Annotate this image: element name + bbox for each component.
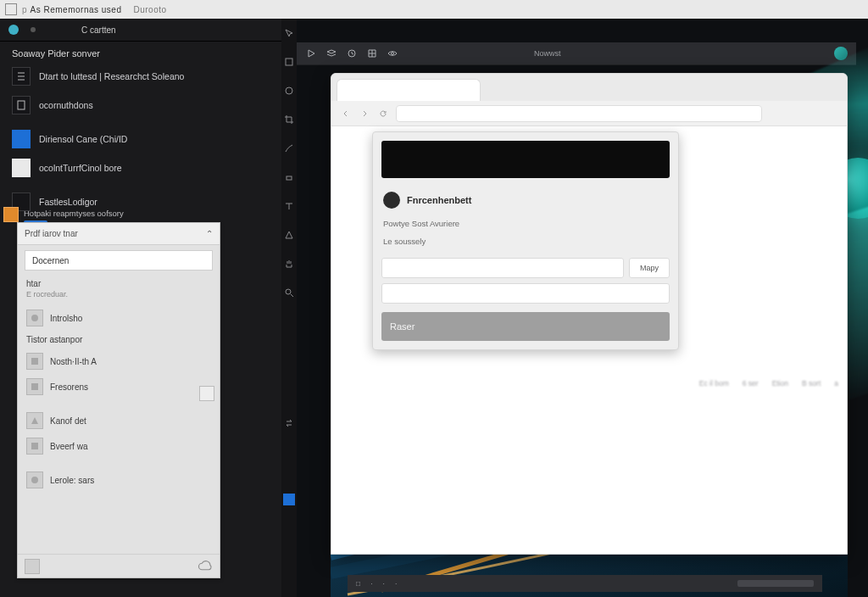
reload-icon[interactable] xyxy=(377,108,389,120)
svg-marker-4 xyxy=(31,417,38,424)
tag-color-swatch-icon[interactable] xyxy=(3,207,19,222)
dialog-user-row: Fnrcenhenbett xyxy=(381,187,670,217)
left-item-label: ocolntTurrfCinol bore xyxy=(39,163,122,173)
list-item[interactable]: Kanof det xyxy=(18,408,220,433)
left-item-label: Diriensol Cane (Chi/ID xyxy=(39,134,127,144)
status-item[interactable]: · xyxy=(383,579,385,588)
svg-rect-2 xyxy=(31,358,38,365)
eye-icon[interactable] xyxy=(387,47,398,59)
tool-shape[interactable] xyxy=(281,220,297,249)
list-item-label: Bveerf wa xyxy=(50,442,87,451)
tool-brush[interactable] xyxy=(281,134,297,163)
browser-window: Fnrcenhenbett Powtye Sost Avuriere Le so… xyxy=(331,73,848,555)
list-item[interactable]: Introlsho xyxy=(18,305,220,331)
status-progress xyxy=(737,580,814,587)
foreground-color-swatch[interactable] xyxy=(283,494,295,505)
tool-text[interactable] xyxy=(281,192,297,220)
status-item[interactable]: · xyxy=(395,579,397,588)
tool-hand[interactable] xyxy=(281,249,297,278)
presence-dot-icon xyxy=(8,25,19,35)
browser-addressbar xyxy=(331,101,847,126)
left-section-title: Soaway Pider sonver xyxy=(0,42,281,62)
list-item[interactable]: Bveerf wa xyxy=(18,433,220,459)
forward-icon[interactable] xyxy=(359,108,370,120)
meta-item[interactable]: Etion xyxy=(772,379,788,388)
thumbnail-icon xyxy=(26,438,43,455)
layers-icon[interactable] xyxy=(326,47,337,59)
canvas-doc-label: Nowwst xyxy=(534,49,561,58)
address-field[interactable] xyxy=(396,105,762,122)
new-item-icon[interactable] xyxy=(25,559,40,574)
tool-eraser[interactable] xyxy=(281,163,297,192)
search-value: Docernen xyxy=(32,256,69,265)
meta-item[interactable]: Ec il bom xyxy=(699,379,729,388)
svg-rect-7 xyxy=(286,59,292,65)
status-item[interactable]: · xyxy=(370,579,372,588)
list-item-label: Nosth·II-th A xyxy=(50,357,97,366)
tool-zoom[interactable] xyxy=(281,278,297,307)
left-item-label: FastlesLodigor xyxy=(39,197,97,207)
list-item[interactable]: Tistor astanpor xyxy=(18,331,220,349)
left-item-3[interactable]: Diriensol Cane (Chi/ID xyxy=(0,125,281,153)
dialog-input-2[interactable] xyxy=(381,283,670,304)
tool-move[interactable] xyxy=(281,19,297,47)
tool-swap[interactable] xyxy=(281,409,297,438)
canvas-area: Nowwst xyxy=(297,19,868,597)
tool-crop[interactable] xyxy=(281,105,297,134)
svg-rect-0 xyxy=(18,101,25,109)
thumbnail-icon xyxy=(26,378,43,395)
play-icon[interactable] xyxy=(305,47,317,59)
properties-list: Introlsho Tistor astanpor Nosth·II-th A … xyxy=(18,305,220,554)
tab-dot-icon xyxy=(31,27,36,32)
list-item[interactable]: Fresorens xyxy=(18,374,220,399)
collapse-icon[interactable]: ⌃ xyxy=(206,229,213,238)
ruler xyxy=(297,64,856,65)
file-list-icon xyxy=(12,67,31,86)
properties-header[interactable]: Prdf iarov tnar ⌃ xyxy=(18,223,220,245)
list-item-label: Tistor astanpor xyxy=(26,335,82,344)
grid-icon[interactable] xyxy=(366,47,378,59)
back-icon[interactable] xyxy=(340,108,352,120)
tool-lasso[interactable] xyxy=(281,76,297,105)
dialog-input-1[interactable] xyxy=(381,258,624,278)
thumbnail-icon xyxy=(26,412,43,429)
status-item[interactable]: □ xyxy=(356,579,360,588)
list-item[interactable]: Nosth·II-th A xyxy=(18,349,220,374)
meta-item[interactable]: a xyxy=(834,379,838,388)
left-item-1[interactable]: ocornuthdons xyxy=(0,91,281,120)
canvas-statusbar: □ · · · xyxy=(348,575,822,592)
svg-point-11 xyxy=(286,289,291,294)
os-titlebar: p As Rememornas used Durooto xyxy=(0,0,868,19)
dialog-submit-button[interactable]: Raser xyxy=(381,312,670,341)
thumbnail-icon xyxy=(26,310,43,326)
browser-body: Fnrcenhenbett Powtye Sost Avuriere Le so… xyxy=(331,126,847,554)
dialog-submit-label: Raser xyxy=(390,321,415,332)
left-item-0[interactable]: Dtart to luttesd | Researchct Soleano xyxy=(0,62,281,91)
properties-panel: Prdf iarov tnar ⌃ Docernen htar E rocred… xyxy=(17,222,220,578)
dialog-small-button[interactable]: Mapy xyxy=(629,258,670,278)
preset-light-icon xyxy=(12,159,31,177)
list-item-label: Lerole: sars xyxy=(50,476,94,485)
preset-blue-icon xyxy=(12,130,31,148)
meta-item[interactable]: B sort xyxy=(802,379,821,388)
options-icon[interactable] xyxy=(199,386,214,401)
meta-item[interactable]: 6 ser xyxy=(743,379,759,388)
tool-select[interactable] xyxy=(281,47,297,76)
history-icon[interactable] xyxy=(346,47,358,59)
app-subtitle: Durooto xyxy=(134,5,167,14)
properties-search[interactable]: Docernen xyxy=(25,250,213,271)
dialog-banner xyxy=(381,141,670,178)
window-menu-icon[interactable] xyxy=(5,3,17,15)
svg-rect-5 xyxy=(31,443,38,449)
properties-subtle: E rocreduar. xyxy=(18,288,220,305)
left-tab-label[interactable]: C cartten xyxy=(81,25,116,35)
svg-rect-3 xyxy=(31,383,38,390)
browser-tab[interactable] xyxy=(337,79,481,101)
login-dialog: Fnrcenhenbett Powtye Sost Avuriere Le so… xyxy=(372,131,679,350)
properties-title: Prdf iarov tnar xyxy=(25,229,78,238)
list-item[interactable]: Lerole: sars xyxy=(18,467,220,493)
canvas-toolbar: Nowwst xyxy=(297,42,856,64)
cloud-icon[interactable] xyxy=(198,559,213,574)
dialog-label: Le soussely xyxy=(381,235,670,253)
left-item-4[interactable]: ocolntTurrfCinol bore xyxy=(0,153,281,182)
